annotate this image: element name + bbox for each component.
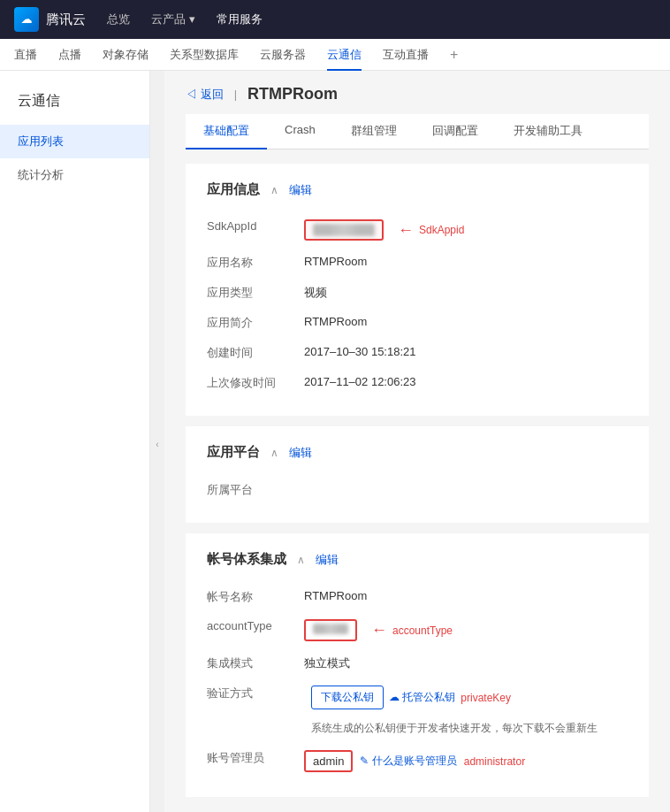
admin-value-row: admin ✎ 什么是账号管理员 administrator xyxy=(304,750,628,772)
private-key-note: 系统生成的公私钥便于开发者快速开发，每次下载不会重新生 xyxy=(311,720,598,736)
sidebar: 云通信 应用列表 统计分析 xyxy=(0,71,150,812)
account-system-title: 帐号体系集成 xyxy=(207,551,286,568)
account-type-box xyxy=(304,619,357,641)
app-type-value: 视频 xyxy=(304,285,628,301)
create-time-value: 2017–10–30 15:18:21 xyxy=(304,345,628,358)
sidebar-item-app-list[interactable]: 应用列表 xyxy=(0,125,149,158)
sdk-appid-box xyxy=(304,219,384,241)
app-desc-row: 应用简介 RTMPRoom xyxy=(207,308,628,338)
app-info-edit[interactable]: 编辑 xyxy=(289,182,312,198)
subnav-object-storage[interactable]: 对象存储 xyxy=(103,39,148,71)
platform-label: 所属平台 xyxy=(207,482,304,498)
modify-time-value: 2017–11–02 12:06:23 xyxy=(304,375,628,388)
subnav-im[interactable]: 云通信 xyxy=(327,39,362,71)
sdk-appid-row: SdkAppId ← SdkAppid xyxy=(207,212,628,248)
platform-row: 所属平台 xyxy=(207,475,628,505)
app-desc-value: RTMPRoom xyxy=(304,315,628,328)
app-platform-title: 应用平台 xyxy=(207,444,260,461)
account-type-label: accountType xyxy=(207,619,304,632)
integration-mode-row: 集成模式 独立模式 xyxy=(207,648,628,678)
modify-time-label: 上次修改时间 xyxy=(207,375,304,391)
top-navigation: ☁ 腾讯云 总览 云产品 ▾ 常用服务 xyxy=(0,0,670,39)
sdk-appid-annotation-text: SdkAppid xyxy=(419,224,464,236)
integration-mode-value: 独立模式 xyxy=(304,655,628,671)
download-private-key-button[interactable]: 下载公私钥 xyxy=(311,686,384,709)
app-platform-card: 应用平台 ∧ 编辑 所属平台 xyxy=(186,426,649,523)
sdk-appid-arrow-icon: ← xyxy=(398,221,414,240)
subnav-vod[interactable]: 点播 xyxy=(58,39,81,71)
app-name-value: RTMPRoom xyxy=(304,255,628,268)
app-desc-label: 应用简介 xyxy=(207,315,304,331)
sidebar-collapse-handle[interactable]: ‹ xyxy=(150,71,164,812)
sdk-appid-annotation: ← SdkAppid xyxy=(398,221,464,240)
subnav-rdb[interactable]: 关系型数据库 xyxy=(170,39,239,71)
create-time-label: 创建时间 xyxy=(207,345,304,361)
top-nav-services[interactable]: 常用服务 xyxy=(217,8,263,31)
account-system-card: 帐号体系集成 ∧ 编辑 帐号名称 RTMPRoom accountType ← xyxy=(186,533,649,797)
admin-box: admin xyxy=(304,750,353,772)
app-info-card: 应用信息 ∧ 编辑 SdkAppId ← SdkAppid xyxy=(186,164,649,416)
sidebar-item-stats[interactable]: 统计分析 xyxy=(0,158,149,192)
admin-row: 账号管理员 admin ✎ 什么是账号管理员 administrator xyxy=(207,743,628,779)
sub-navigation: 直播 点播 对象存储 关系型数据库 云服务器 云通信 互动直播 + xyxy=(0,39,670,71)
subnav-live[interactable]: 直播 xyxy=(14,39,37,71)
modify-time-row: 上次修改时间 2017–11–02 12:06:23 xyxy=(207,368,628,398)
sdk-appid-value: ← SdkAppid xyxy=(304,219,628,241)
tab-crash[interactable]: Crash xyxy=(267,114,333,149)
page-title: RTMPRoom xyxy=(247,85,338,103)
account-system-header: 帐号体系集成 ∧ 编辑 xyxy=(207,551,628,568)
account-type-blurred xyxy=(313,624,348,634)
app-platform-edit[interactable]: 编辑 xyxy=(289,445,312,461)
account-name-label: 帐号名称 xyxy=(207,589,304,605)
app-info-header: 应用信息 ∧ 编辑 xyxy=(207,181,628,198)
back-link[interactable]: ◁ 返回 xyxy=(186,87,224,103)
app-type-label: 应用类型 xyxy=(207,285,304,301)
sdk-appid-blurred xyxy=(313,224,375,236)
account-type-row: accountType ← accountType xyxy=(207,612,628,648)
brand-logo: ☁ xyxy=(14,7,39,32)
app-type-row: 应用类型 视频 xyxy=(207,278,628,308)
app-platform-header: 应用平台 ∧ 编辑 xyxy=(207,444,628,461)
main-layout: 云通信 应用列表 统计分析 ‹ ◁ 返回 | RTMPRoom 基础配置 Cra… xyxy=(0,71,670,812)
account-type-annotation: ← accountType xyxy=(371,621,453,640)
verify-method-value: 下载公私钥 ☁ 托管公私钥 privateKey 系统生成的公私钥便于开发者快速… xyxy=(311,686,598,736)
verify-method-row: 验证方式 下载公私钥 ☁ 托管公私钥 privateKey 系统生成的公私钥便于… xyxy=(207,678,628,743)
app-info-arrow: ∧ xyxy=(270,184,278,196)
account-name-row: 帐号名称 RTMPRoom xyxy=(207,582,628,612)
account-system-edit[interactable]: 编辑 xyxy=(316,552,339,568)
subnav-live2[interactable]: 互动直播 xyxy=(383,39,429,71)
hosted-key-link[interactable]: ☁ 托管公私钥 xyxy=(389,690,455,705)
tab-group-manage[interactable]: 群组管理 xyxy=(333,114,415,149)
admin-link[interactable]: ✎ 什么是账号管理员 xyxy=(360,754,456,769)
tab-callback-config[interactable]: 回调配置 xyxy=(415,114,496,149)
sdk-appid-label: SdkAppId xyxy=(207,219,304,233)
page-header: ◁ 返回 | RTMPRoom xyxy=(186,71,649,114)
app-info-title: 应用信息 xyxy=(207,181,260,198)
account-name-value: RTMPRoom xyxy=(304,589,628,602)
brand: ☁ 腾讯云 xyxy=(14,7,86,32)
integration-mode-label: 集成模式 xyxy=(207,655,304,671)
create-time-row: 创建时间 2017–10–30 15:18:21 xyxy=(207,338,628,368)
tab-dev-tools[interactable]: 开发辅助工具 xyxy=(496,114,600,149)
top-nav-links: 总览 云产品 ▾ 常用服务 xyxy=(107,8,263,31)
content-area: ◁ 返回 | RTMPRoom 基础配置 Crash 群组管理 回调配置 开发辅… xyxy=(164,71,670,812)
account-type-arrow-icon: ← xyxy=(371,621,387,640)
private-key-row: 下载公私钥 ☁ 托管公私钥 privateKey xyxy=(311,686,511,709)
app-platform-arrow: ∧ xyxy=(270,447,278,459)
admin-value: admin xyxy=(313,755,344,768)
subnav-add[interactable]: + xyxy=(450,47,458,63)
account-system-arrow: ∧ xyxy=(297,554,305,566)
admin-label: 账号管理员 xyxy=(207,750,304,766)
top-nav-products[interactable]: 云产品 ▾ xyxy=(151,8,195,31)
account-type-annotation-text: accountType xyxy=(392,624,453,637)
top-nav-overview[interactable]: 总览 xyxy=(107,8,130,31)
breadcrumb-separator: | xyxy=(234,88,237,101)
subnav-cvm[interactable]: 云服务器 xyxy=(260,39,306,71)
account-type-value: ← accountType xyxy=(304,619,628,641)
app-info-table: SdkAppId ← SdkAppid 应用名称 RTMPRoom xyxy=(207,212,628,398)
app-name-label: 应用名称 xyxy=(207,255,304,271)
tab-basic-config[interactable]: 基础配置 xyxy=(186,114,267,149)
private-key-annotation: privateKey xyxy=(461,692,511,704)
admin-annotation: administrator xyxy=(464,755,525,768)
sidebar-title: 云通信 xyxy=(0,85,149,125)
